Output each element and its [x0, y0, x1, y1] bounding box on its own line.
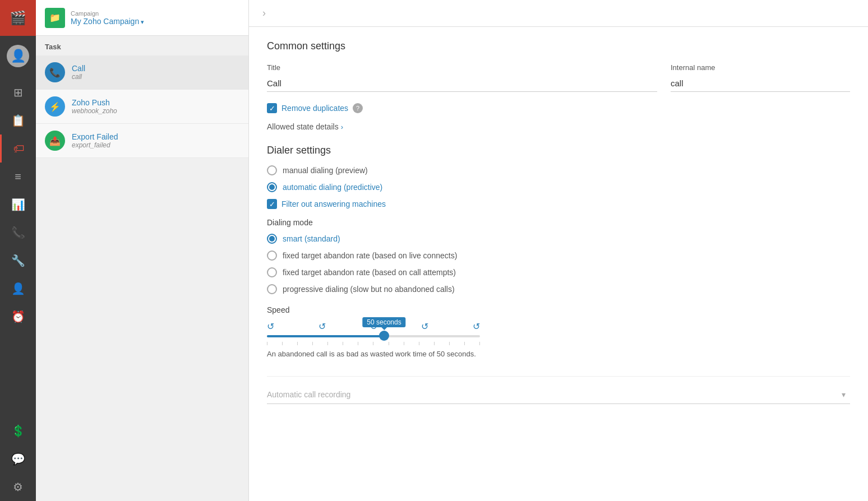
app-logo: 🎬	[0, 0, 36, 36]
tick-11	[419, 342, 419, 345]
task-item-zoho-push[interactable]: ⚡ Zoho Push webhook_zoho	[36, 90, 248, 124]
task-zoho-text: Zoho Push webhook_zoho	[72, 98, 117, 115]
fixed-abandon-attempts-radio[interactable]	[267, 267, 277, 277]
smart-mode-row[interactable]: smart (standard)	[267, 234, 850, 244]
task-export-icon: 📤	[45, 131, 65, 151]
sidebar-item-billing[interactable]: 💲	[0, 417, 36, 445]
speed-slider-fill	[267, 335, 384, 337]
fixed-abandon-live-radio[interactable]	[267, 250, 277, 261]
sidebar-item-calls[interactable]: 📞	[0, 219, 36, 247]
sidebar-item-reports[interactable]: 📊	[0, 191, 36, 219]
sidebar-item-users[interactable]: 👤	[0, 275, 36, 303]
sidebar-item-lists[interactable]: ≡	[0, 163, 36, 191]
tick-1	[267, 342, 267, 345]
recording-select-wrap: Automatic call recording	[267, 386, 850, 404]
dialing-automatic-row[interactable]: automatic dialing (predictive)	[267, 182, 850, 192]
slider-ticks-row	[267, 342, 480, 345]
filter-answering-row: ✓ Filter out answering machines	[267, 199, 850, 209]
remove-duplicates-row: ✓ Remove duplicates ?	[267, 103, 850, 113]
filter-answering-checkbox[interactable]: ✓	[267, 199, 277, 209]
internal-name-label: Internal name	[671, 63, 850, 72]
task-export-title: Export Failed	[72, 132, 118, 141]
sidebar-item-schedule[interactable]: ⏰	[0, 303, 36, 331]
task-call-icon: 📞	[45, 62, 65, 82]
task-call-text: Call call	[72, 64, 85, 81]
manual-dialing-radio[interactable]	[267, 165, 277, 175]
tick-9	[389, 342, 389, 345]
internal-name-input[interactable]	[671, 75, 850, 92]
speed-icon-4: ↺	[421, 321, 428, 332]
tick-6	[343, 342, 343, 345]
tick-12	[434, 342, 435, 345]
filter-answering-label[interactable]: Filter out answering machines	[281, 200, 386, 208]
sidebar-item-tasks[interactable]: 📋	[0, 106, 36, 134]
remove-duplicates-checkbox[interactable]: ✓	[267, 103, 277, 113]
speed-slider-tooltip: 50 seconds	[362, 317, 405, 327]
internal-name-field-group: Internal name	[671, 63, 850, 92]
fixed-abandon-live-row[interactable]: fixed target abandon rate (based on live…	[267, 250, 850, 261]
expand-button[interactable]: ›	[258, 5, 270, 21]
task-item-call[interactable]: 📞 Call call	[36, 55, 248, 90]
speed-section: Speed ↺ ↺ ↺ ↺ ↺ 50 seconds	[267, 305, 850, 358]
sidebar-item-dashboard[interactable]: ⊞	[0, 78, 36, 106]
dialing-mode-label: Dialing mode	[267, 218, 850, 227]
main-toolbar: ›	[249, 0, 868, 27]
fixed-abandon-live-label: fixed target abandon rate (based on live…	[283, 251, 457, 260]
title-row: Title Internal name	[267, 63, 850, 92]
campaign-label: Campaign	[71, 10, 144, 17]
title-label: Title	[267, 63, 657, 72]
main-panel: › Common settings Title Internal name ✓ …	[249, 0, 868, 501]
icon-bar: 🎬 👤 ⊞ 📋 🏷 ≡ 📊 📞 🔧 👤 ⏰ 💲 💬 ⚙	[0, 0, 36, 501]
sidebar-item-chat[interactable]: 💬	[0, 445, 36, 473]
dialing-manual-row[interactable]: manual dialing (preview)	[267, 165, 850, 175]
speed-slider-thumb[interactable]	[379, 331, 389, 341]
tick-14	[464, 342, 465, 345]
logo-icon: 🎬	[10, 10, 26, 26]
speed-icon-5: ↺	[473, 321, 480, 332]
remove-duplicates-help-icon[interactable]: ?	[353, 103, 363, 113]
tick-10	[404, 342, 404, 345]
user-avatar-container[interactable]: 👤	[0, 38, 36, 74]
campaign-icon: 📁	[45, 8, 65, 28]
task-zoho-subtitle: webhook_zoho	[72, 107, 117, 115]
speed-icon-2: ↺	[318, 321, 326, 332]
fixed-abandon-attempts-row[interactable]: fixed target abandon rate (based on call…	[267, 267, 850, 277]
allowed-state-link[interactable]: Allowed state details ›	[267, 122, 850, 131]
task-call-title: Call	[72, 64, 85, 73]
fixed-abandon-attempts-label: fixed target abandon rate (based on call…	[283, 268, 456, 277]
speed-slider-wrap: 50 seconds	[267, 335, 480, 337]
allowed-state-text: Allowed state details	[267, 122, 339, 131]
task-item-export-failed[interactable]: 📤 Export Failed export_failed	[36, 124, 248, 158]
task-export-subtitle: export_failed	[72, 141, 118, 149]
tick-13	[449, 342, 450, 345]
campaign-name-dropdown[interactable]: My Zoho Campaign	[71, 17, 144, 26]
sidebar-item-campaigns[interactable]: 🏷	[0, 134, 36, 163]
speed-slider-track	[267, 335, 480, 337]
title-input[interactable]	[267, 75, 657, 92]
dialer-settings-title: Dialer settings	[267, 145, 850, 156]
tick-2	[282, 342, 283, 345]
progressive-dialing-row[interactable]: progressive dialing (slow but no abandon…	[267, 284, 850, 294]
tick-15	[479, 342, 480, 345]
avatar: 👤	[7, 45, 29, 67]
task-list: 📞 Call call ⚡ Zoho Push webhook_zoho 📤 E…	[36, 55, 248, 501]
automatic-dialing-label: automatic dialing (predictive)	[283, 183, 382, 192]
tick-5	[327, 342, 328, 345]
task-zoho-icon: ⚡	[45, 96, 65, 117]
tick-8	[373, 342, 373, 345]
sidebar-item-settings[interactable]: ⚙	[0, 473, 36, 501]
task-zoho-title: Zoho Push	[72, 98, 117, 107]
remove-duplicates-label[interactable]: Remove duplicates	[281, 104, 348, 113]
automatic-dialing-radio[interactable]	[267, 182, 277, 192]
sidebar-item-tools[interactable]: 🔧	[0, 247, 36, 275]
campaign-info: Campaign My Zoho Campaign	[71, 10, 144, 26]
progressive-dialing-radio[interactable]	[267, 284, 277, 294]
sidebar-header: 📁 Campaign My Zoho Campaign	[36, 0, 248, 36]
main-content: Common settings Title Internal name ✓ Re…	[249, 27, 868, 501]
recording-select[interactable]: Automatic call recording	[267, 386, 850, 404]
smart-mode-radio[interactable]	[267, 234, 277, 244]
tick-4	[312, 342, 313, 345]
title-field-group: Title	[267, 63, 657, 92]
manual-dialing-label: manual dialing (preview)	[283, 166, 368, 175]
allowed-state-chevron: ›	[341, 123, 343, 131]
